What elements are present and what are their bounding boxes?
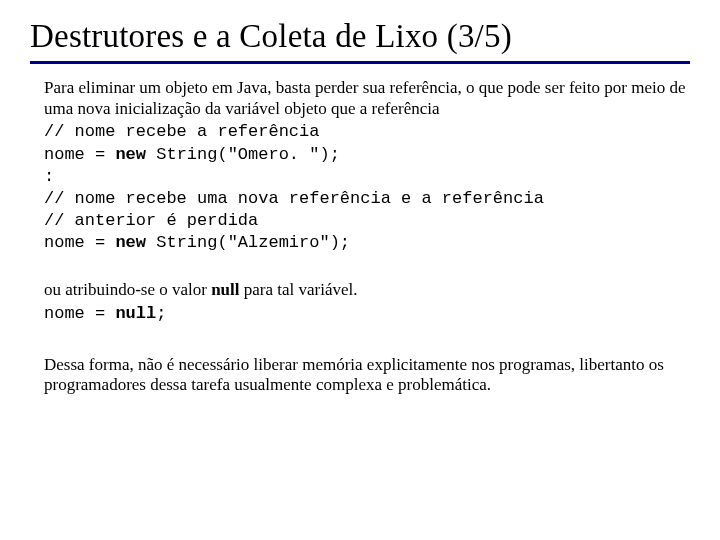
paragraph-3: Dessa forma, não é necessário liberar me…	[44, 355, 690, 396]
text: ou atribuindo-se o valor	[44, 280, 211, 299]
slide: Destrutores e a Coleta de Lixo (3/5) Par…	[0, 0, 720, 418]
paragraph-1: Para eliminar um objeto em Java, basta p…	[44, 78, 690, 119]
code-line: :	[44, 167, 54, 186]
code-text: String("Alzemiro");	[146, 233, 350, 252]
keyword-null: null	[115, 304, 156, 323]
code-line: // nome recebe uma nova referência e a r…	[44, 189, 544, 208]
code-line: nome = new String("Omero. ");	[44, 145, 340, 164]
code-text: nome =	[44, 233, 115, 252]
code-text: ;	[156, 304, 166, 323]
keyword-null: null	[211, 280, 239, 299]
code-line: // anterior é perdida	[44, 211, 258, 230]
text: para tal variável.	[240, 280, 358, 299]
code-block-1: // nome recebe a referência nome = new S…	[44, 121, 690, 254]
code-text: String("Omero. ");	[146, 145, 340, 164]
code-text: nome =	[44, 304, 115, 323]
slide-title: Destrutores e a Coleta de Lixo (3/5)	[30, 18, 690, 55]
code-line: // nome recebe a referência	[44, 122, 319, 141]
code-text: nome =	[44, 145, 115, 164]
code-line: nome = new String("Alzemiro");	[44, 233, 350, 252]
keyword-new: new	[115, 145, 146, 164]
code-block-2: nome = null;	[44, 303, 690, 325]
keyword-new: new	[115, 233, 146, 252]
title-rule	[30, 61, 690, 64]
paragraph-2: ou atribuindo-se o valor null para tal v…	[44, 280, 690, 301]
